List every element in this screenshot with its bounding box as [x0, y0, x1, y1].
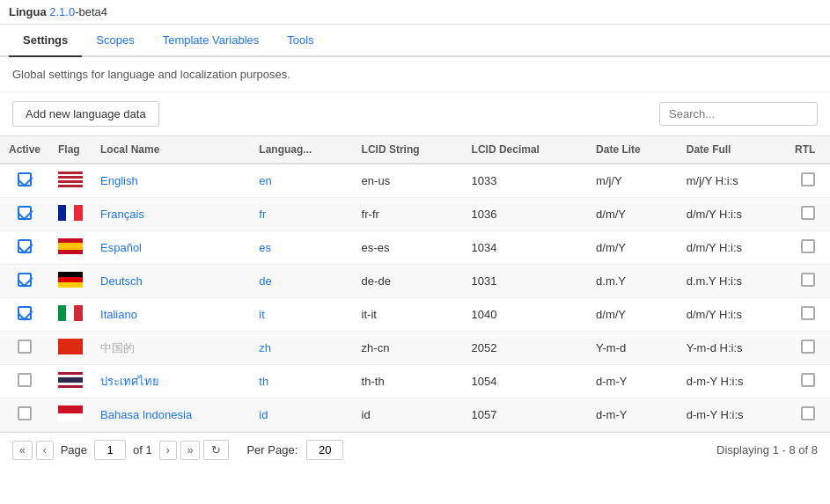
language-code-link[interactable]: th	[259, 375, 268, 388]
date-full: d/m/Y H:i:s	[678, 231, 786, 265]
page-input[interactable]	[94, 440, 126, 460]
col-local-name: Local Name	[92, 136, 250, 164]
date-lite: d/m/Y	[587, 198, 678, 231]
language-code-link[interactable]: es	[259, 241, 271, 254]
rtl-checkbox[interactable]	[801, 340, 815, 354]
language-name-link[interactable]: Français	[100, 208, 144, 221]
lcid-decimal: 1054	[463, 365, 587, 398]
col-date-lite: Date Lite	[587, 136, 678, 164]
add-language-button[interactable]: Add new language data	[12, 101, 159, 127]
language-code-link[interactable]: en	[259, 174, 271, 187]
date-lite: m/j/Y	[587, 164, 678, 198]
date-lite: d-m-Y	[587, 398, 678, 432]
language-name-link[interactable]: Bahasa Indonesia	[100, 408, 192, 421]
app-version: 2.1.0-beta4	[47, 5, 107, 18]
search-input[interactable]	[659, 102, 818, 126]
rtl-checkbox[interactable]	[801, 273, 815, 287]
first-page-button[interactable]: «	[12, 441, 33, 460]
tab-tools[interactable]: Tools	[273, 25, 327, 57]
language-name-link[interactable]: ประเทศไทย	[100, 375, 159, 388]
last-page-button[interactable]: »	[180, 441, 201, 460]
language-code-link[interactable]: fr	[259, 208, 266, 221]
active-checkbox[interactable]	[18, 172, 32, 186]
language-code-link[interactable]: zh	[259, 341, 271, 354]
date-full: d-m-Y H:i:s	[678, 398, 786, 432]
lcid-decimal: 1033	[463, 164, 587, 198]
col-date-full: Date Full	[678, 136, 786, 164]
date-full: d/m/Y H:i:s	[678, 198, 786, 231]
of-label: of 1	[133, 443, 152, 457]
flag-icon	[58, 205, 83, 221]
active-checkbox[interactable]	[18, 273, 32, 287]
date-lite: d-m-Y	[587, 365, 678, 398]
flag-icon	[58, 339, 83, 354]
per-page-input[interactable]	[306, 440, 343, 460]
rtl-checkbox[interactable]	[801, 239, 815, 253]
col-active: Active	[0, 136, 49, 164]
table-row: Españoleses-es1034d/m/Yd/m/Y H:i:s	[0, 231, 830, 265]
date-full: m/j/Y H:i:s	[678, 164, 786, 198]
page-info: Displaying 1 - 8 of 8	[716, 443, 818, 457]
active-checkbox[interactable]	[18, 239, 32, 253]
rtl-checkbox[interactable]	[801, 172, 815, 186]
lcid-string: th-th	[353, 365, 463, 398]
per-page-label: Per Page:	[246, 443, 297, 457]
flag-icon	[58, 238, 83, 254]
app-name: Lingua	[9, 5, 47, 18]
lcid-decimal: 1031	[463, 265, 587, 298]
rtl-checkbox[interactable]	[801, 306, 815, 320]
tabs: Settings Scopes Template Variables Tools	[0, 25, 830, 57]
rtl-checkbox[interactable]	[801, 373, 815, 387]
page-label: Page	[61, 443, 87, 457]
table-row: 中国的zhzh-cn2052Y-m-dY-m-d H:i:s	[0, 332, 830, 365]
col-language: Languag...	[250, 136, 352, 164]
date-full: d/m/Y H:i:s	[678, 298, 786, 332]
date-lite: d/m/Y	[587, 231, 678, 265]
date-full: d.m.Y H:i:s	[678, 265, 786, 298]
page-nav: « ‹ Page of 1 › » ↻ Per Page:	[12, 440, 343, 460]
table-row: Bahasa Indonesiaidid1057d-m-Yd-m-Y H:i:s	[0, 398, 830, 432]
lcid-string: zh-cn	[353, 332, 463, 365]
language-name-link[interactable]: Español	[100, 241, 142, 254]
title-bar: Lingua 2.1.0-beta4	[0, 0, 830, 25]
rtl-checkbox[interactable]	[801, 206, 815, 220]
tab-scopes[interactable]: Scopes	[82, 25, 148, 57]
active-checkbox[interactable]	[18, 406, 32, 420]
lcid-decimal: 1057	[463, 398, 587, 432]
date-lite: d/m/Y	[587, 298, 678, 332]
language-name-link[interactable]: Italiano	[100, 308, 137, 321]
language-code-link[interactable]: id	[259, 408, 268, 421]
table-row: Englishenen-us1033m/j/Ym/j/Y H:i:s	[0, 164, 830, 198]
language-code-link[interactable]: it	[259, 308, 265, 321]
lcid-string: id	[353, 398, 463, 432]
next-page-button[interactable]: ›	[159, 441, 177, 460]
lcid-decimal: 1034	[463, 231, 587, 265]
lcid-decimal: 2052	[463, 332, 587, 365]
tab-template-variables[interactable]: Template Variables	[149, 25, 274, 57]
refresh-button[interactable]: ↻	[203, 440, 229, 460]
lcid-decimal: 1036	[463, 198, 587, 231]
table-row: Françaisfrfr-fr1036d/m/Yd/m/Y H:i:s	[0, 198, 830, 231]
flag-icon	[58, 172, 83, 187]
col-lcid-decimal: LCID Decimal	[463, 136, 587, 164]
active-checkbox[interactable]	[18, 206, 32, 220]
active-checkbox[interactable]	[18, 306, 32, 320]
tab-settings[interactable]: Settings	[9, 25, 82, 57]
language-code-link[interactable]: de	[259, 274, 271, 288]
date-full: Y-m-d H:i:s	[678, 332, 786, 365]
active-checkbox[interactable]	[18, 373, 32, 387]
date-lite: Y-m-d	[587, 332, 678, 365]
prev-page-button[interactable]: ‹	[36, 441, 54, 460]
lcid-string: de-de	[353, 265, 463, 298]
lcid-decimal: 1040	[463, 298, 587, 332]
col-rtl: RTL	[786, 136, 830, 164]
lcid-string: es-es	[353, 231, 463, 265]
lcid-string: it-it	[353, 298, 463, 332]
flag-icon	[58, 372, 83, 388]
rtl-checkbox[interactable]	[801, 406, 815, 420]
lcid-string: en-us	[353, 164, 463, 198]
language-name-link[interactable]: Deutsch	[100, 274, 143, 288]
active-checkbox[interactable]	[18, 340, 32, 354]
language-name-link[interactable]: English	[100, 174, 138, 187]
date-full: d-m-Y H:i:s	[678, 365, 786, 398]
